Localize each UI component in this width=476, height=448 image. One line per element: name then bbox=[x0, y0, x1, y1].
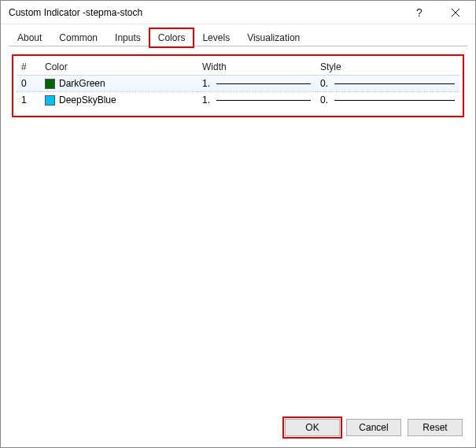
table-header-row: # Color Width Style bbox=[17, 59, 459, 76]
style-value: 0. bbox=[320, 94, 331, 106]
width-value: 1. bbox=[202, 78, 213, 89]
col-header-width[interactable]: Width bbox=[197, 59, 315, 76]
tab-label: Levels bbox=[202, 32, 230, 43]
col-header-style[interactable]: Style bbox=[315, 59, 459, 76]
line-sample-icon bbox=[216, 100, 311, 101]
col-header-color[interactable]: Color bbox=[40, 59, 197, 76]
colors-panel: # Color Width Style 0 DarkGreen bbox=[12, 54, 464, 117]
line-sample-icon bbox=[334, 83, 455, 84]
table-row[interactable]: 0 DarkGreen 1. bbox=[17, 76, 459, 92]
width-value: 1. bbox=[202, 94, 213, 106]
title-indicator-name: stepma-stoch bbox=[86, 7, 142, 18]
button-label: Cancel bbox=[359, 422, 388, 433]
color-cell: DarkGreen bbox=[45, 78, 193, 89]
tab-label: Common bbox=[59, 32, 98, 43]
table-row[interactable]: 1 DeepSkyBlue 1. bbox=[17, 92, 459, 109]
line-sample-icon bbox=[334, 100, 455, 101]
color-swatch bbox=[45, 79, 55, 89]
col-header-index[interactable]: # bbox=[17, 59, 40, 76]
tab-visualization[interactable]: Visualization bbox=[238, 28, 308, 47]
dialog-footer: OK Cancel Reset bbox=[1, 411, 475, 447]
cell-width[interactable]: 1. bbox=[197, 92, 315, 109]
reset-button[interactable]: Reset bbox=[408, 419, 463, 436]
cancel-button[interactable]: Cancel bbox=[346, 419, 401, 436]
style-cell: 0. bbox=[320, 78, 455, 89]
tab-baseline bbox=[9, 46, 467, 46]
cell-color[interactable]: DarkGreen bbox=[40, 76, 197, 92]
close-button[interactable] bbox=[437, 1, 474, 24]
button-label: OK bbox=[305, 422, 319, 433]
color-name: DeepSkyBlue bbox=[59, 94, 116, 106]
width-cell: 1. bbox=[202, 94, 311, 106]
tab-levels[interactable]: Levels bbox=[194, 28, 238, 47]
tab-label: About bbox=[17, 32, 42, 43]
colors-table: # Color Width Style 0 DarkGreen bbox=[17, 59, 459, 108]
dialog-window: Custom Indicator - stepma-stoch ? About … bbox=[0, 0, 476, 448]
tab-label: Inputs bbox=[115, 32, 141, 43]
width-cell: 1. bbox=[202, 78, 311, 89]
cell-index: 1 bbox=[17, 92, 40, 109]
tab-label: Colors bbox=[158, 32, 186, 43]
help-button[interactable]: ? bbox=[401, 1, 437, 24]
tab-colors[interactable]: Colors bbox=[149, 28, 194, 47]
style-cell: 0. bbox=[320, 94, 455, 106]
color-cell: DeepSkyBlue bbox=[45, 94, 193, 106]
line-sample-icon bbox=[216, 83, 311, 84]
titlebar: Custom Indicator - stepma-stoch ? bbox=[1, 1, 475, 24]
style-value: 0. bbox=[320, 78, 331, 89]
titlebar-controls: ? bbox=[401, 1, 474, 24]
tab-bar: About Common Inputs Colors Levels Visual… bbox=[1, 24, 475, 46]
tab-about[interactable]: About bbox=[9, 28, 50, 47]
cell-style[interactable]: 0. bbox=[315, 76, 459, 92]
color-swatch bbox=[45, 95, 55, 106]
close-icon bbox=[452, 9, 459, 17]
cell-index: 0 bbox=[17, 76, 40, 92]
title-prefix: Custom Indicator - bbox=[9, 7, 86, 18]
cell-width[interactable]: 1. bbox=[197, 76, 315, 92]
window-title: Custom Indicator - stepma-stoch bbox=[9, 7, 401, 18]
cell-style[interactable]: 0. bbox=[315, 92, 459, 109]
color-name: DarkGreen bbox=[59, 78, 105, 89]
tab-label: Visualization bbox=[247, 32, 300, 43]
button-label: Reset bbox=[422, 422, 447, 433]
cell-color[interactable]: DeepSkyBlue bbox=[40, 92, 197, 109]
ok-button[interactable]: OK bbox=[285, 419, 340, 436]
tab-inputs[interactable]: Inputs bbox=[106, 28, 149, 47]
tab-content: # Color Width Style 0 DarkGreen bbox=[1, 46, 475, 411]
tab-common[interactable]: Common bbox=[50, 28, 106, 47]
help-icon: ? bbox=[416, 6, 422, 19]
